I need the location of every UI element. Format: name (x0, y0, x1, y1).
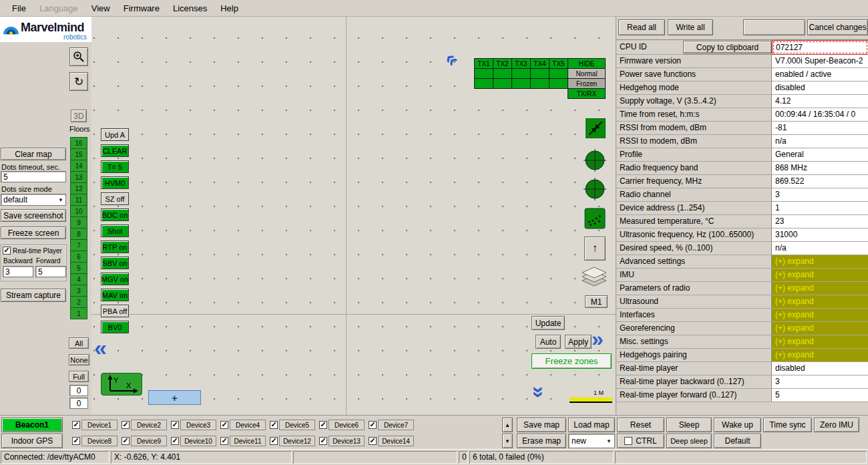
tx-column-header[interactable]: TX1 (474, 58, 493, 69)
device-checkbox[interactable]: ✓ (319, 421, 327, 429)
device-toggle[interactable]: ✓ Device12 (270, 436, 316, 446)
tx-column-header[interactable]: TX5 (549, 58, 568, 69)
parameter-value[interactable]: 868 MHz (772, 162, 868, 175)
device-toggle[interactable]: ✓ Device10 (171, 436, 218, 446)
device-toggle[interactable]: ✓ Device3 (171, 420, 218, 430)
map-mode-button[interactable]: MAV on (101, 289, 129, 301)
layers-control[interactable] (580, 266, 609, 293)
deep-sleep-button[interactable]: Deep sleep (666, 434, 712, 448)
parameter-value[interactable]: n/a (772, 242, 868, 255)
map-mode-button[interactable]: RTP on (101, 241, 129, 253)
floors-full-button[interactable]: Full (69, 371, 89, 382)
dots-timeout-input[interactable] (1, 171, 66, 182)
rotate-button[interactable]: ↻ (69, 72, 88, 91)
floor-button[interactable]: 5 (70, 262, 87, 274)
menu-item[interactable]: Language (33, 1, 85, 16)
axis-orientation-widget[interactable]: Y X (101, 373, 142, 396)
expand-right-icon[interactable]: » (592, 328, 604, 349)
forward-input[interactable] (35, 266, 66, 277)
device-checkbox[interactable]: ✓ (171, 437, 179, 445)
copy-to-clipboard-button[interactable]: Copy to clipboard (683, 41, 772, 53)
save-map-button[interactable]: Save map (517, 418, 566, 432)
parameter-value[interactable]: 1 (772, 202, 868, 215)
map-mode-button[interactable]: Shot (101, 224, 129, 237)
load-map-button[interactable]: Load map (568, 418, 615, 432)
parameter-value[interactable]: 869.522 (772, 175, 868, 188)
map-mode-button[interactable]: SBV on (101, 257, 129, 269)
tx-column-header[interactable]: TX3 (511, 58, 531, 69)
parameter-value[interactable]: (+) expand (772, 255, 868, 269)
menu-item[interactable]: File (5, 1, 33, 16)
parameter-value[interactable]: enabled / active (772, 68, 868, 82)
beacon-tab[interactable]: Beacon1 (1, 418, 63, 432)
parameter-value[interactable]: (+) expand (772, 335, 868, 349)
chevron-down-double-icon[interactable]: » (529, 386, 550, 398)
parameter-value[interactable]: 00:09:44 / 16:35:04 / 0 (772, 108, 868, 122)
stream-capture-button[interactable]: Stream capture (1, 289, 66, 302)
device-toggle[interactable]: ✓ Device11 (220, 436, 267, 446)
default-button[interactable]: Default (714, 434, 761, 448)
backward-input[interactable] (3, 266, 33, 277)
map-area[interactable]: « TX1TX2TX3TX4TX5 HIDE Normal Frozen TX/… (91, 17, 616, 415)
submap-rotate-control[interactable] (582, 148, 608, 173)
cpu-id-value[interactable]: 072127 (772, 40, 868, 55)
floors-none-button[interactable]: None (69, 354, 89, 365)
time-sync-button[interactable]: Time sync (763, 418, 812, 432)
map-mode-button[interactable]: T= 5 (101, 160, 129, 173)
parameter-value[interactable]: -81 (772, 122, 868, 135)
tx-frozen-button[interactable]: Frozen (568, 78, 606, 89)
tx-cell[interactable] (511, 78, 531, 89)
device-toggle[interactable]: ✓ Device14 (369, 436, 415, 446)
device-checkbox[interactable]: ✓ (72, 437, 80, 445)
parameter-value[interactable]: (+) expand (772, 322, 868, 335)
device-toggle[interactable]: ✓ Device13 (319, 436, 366, 446)
device-checkbox[interactable]: ✓ (220, 437, 228, 445)
parameter-value[interactable]: (+) expand (772, 309, 868, 322)
floor-button[interactable]: 12 (70, 182, 87, 194)
tx-cell[interactable] (493, 68, 512, 79)
chevron-down-icon[interactable]: ▼ (58, 197, 63, 203)
tx-txrx-button[interactable]: TX/RX (568, 88, 606, 99)
floor-button[interactable]: 6 (70, 251, 87, 263)
floor-button[interactable]: 10 (70, 205, 87, 217)
device-toggle[interactable]: ✓ Device5 (270, 420, 316, 430)
device-checkbox[interactable]: ✓ (122, 421, 130, 429)
fit-to-content-button[interactable] (586, 118, 606, 138)
erase-map-button[interactable]: Erase map (517, 434, 566, 448)
map-select[interactable]: new ▼ (568, 434, 615, 448)
tx-cell[interactable] (549, 78, 568, 89)
parameter-value[interactable]: n/a (772, 135, 868, 148)
device-toggle[interactable]: ✓ Device2 (122, 420, 168, 430)
save-screenshot-button[interactable]: Save screenshot (1, 209, 66, 222)
floor-button[interactable]: 2 (70, 296, 87, 308)
device-toggle[interactable]: ✓ Device1 (72, 420, 119, 430)
parameter-value[interactable]: 5 (772, 389, 868, 402)
parameter-value[interactable]: 4.12 (772, 95, 868, 108)
device-checkbox[interactable]: ✓ (369, 421, 377, 429)
menu-item[interactable]: Licenses (166, 1, 214, 16)
sleep-button[interactable]: Sleep (666, 418, 712, 432)
floor-button[interactable]: 15 (70, 148, 87, 160)
menu-item[interactable]: View (85, 1, 117, 16)
floor-button[interactable]: 13 (70, 171, 87, 183)
tx-cell[interactable] (549, 68, 568, 79)
zoom-button[interactable] (69, 47, 88, 66)
tx-column-header[interactable]: TX2 (493, 58, 512, 69)
parameter-value[interactable]: (+) expand (772, 269, 868, 282)
parameter-value[interactable]: V7.000i Super-Beacon-2 (772, 55, 868, 68)
m1-button[interactable]: M1 (585, 295, 608, 308)
parameter-value[interactable]: disabled (772, 362, 868, 375)
wake-up-button[interactable]: Wake up (714, 418, 761, 432)
auto-button[interactable]: Auto (535, 335, 561, 349)
freeze-zones-button[interactable]: Freeze zones (531, 353, 612, 369)
reset-button[interactable]: Reset (617, 418, 664, 432)
dots-size-select[interactable]: default ▼ (1, 194, 66, 206)
tx-cell[interactable] (530, 68, 550, 79)
parameter-value[interactable]: 3 (772, 188, 868, 202)
floor-button[interactable]: 9 (70, 216, 87, 228)
ctrl-toggle[interactable]: CTRL (617, 434, 664, 448)
parameter-value[interactable]: (+) expand (772, 295, 868, 309)
tx-cell[interactable] (474, 68, 493, 79)
read-all-button[interactable]: Read all (618, 19, 665, 35)
tx-cell[interactable] (511, 68, 531, 79)
